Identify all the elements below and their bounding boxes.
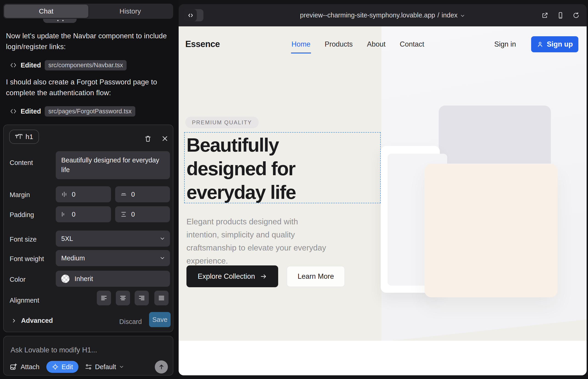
padding-x-input[interactable]: 0 bbox=[56, 206, 111, 222]
font-size-select[interactable]: 5XL bbox=[56, 231, 170, 247]
color-label: Color bbox=[10, 276, 25, 283]
font-size-label: Font size bbox=[10, 236, 37, 243]
margin-y-input[interactable]: 0 bbox=[115, 186, 170, 202]
mode-label: Default bbox=[95, 363, 116, 371]
align-right-icon bbox=[138, 294, 145, 302]
font-weight-value: Medium bbox=[61, 254, 85, 262]
external-link-icon bbox=[541, 12, 549, 19]
url-page: index bbox=[442, 12, 458, 19]
chevron-down-icon bbox=[159, 255, 165, 261]
color-select[interactable]: Inherit bbox=[56, 271, 170, 287]
code-icon bbox=[10, 62, 17, 69]
explore-collection-button[interactable]: Explore Collection bbox=[186, 266, 278, 287]
url-host: preview--charming-site-symphony.lovable.… bbox=[300, 12, 435, 19]
trash-icon bbox=[144, 135, 152, 142]
explore-collection-label: Explore Collection bbox=[198, 272, 255, 281]
chevron-down-icon bbox=[460, 13, 465, 19]
attach-label: Attach bbox=[21, 363, 39, 371]
padding-x-value: 0 bbox=[72, 211, 76, 218]
open-in-new-tab-button[interactable] bbox=[541, 12, 549, 19]
align-justify-button[interactable] bbox=[154, 291, 169, 305]
close-icon bbox=[161, 135, 168, 142]
edited-file-row: Edited src/components/Navbar.tsx bbox=[10, 60, 127, 70]
margin-y-value: 0 bbox=[131, 191, 135, 198]
url-separator: / bbox=[437, 12, 439, 19]
margin-x-value: 0 bbox=[72, 191, 76, 198]
file-path-badge[interactable]: src/pages/ForgotPassword.tsx bbox=[45, 106, 135, 117]
chat-composer[interactable]: Ask Lovable to modify H1... Attach Edit … bbox=[3, 336, 173, 376]
browser-actions bbox=[541, 4, 580, 26]
save-button[interactable]: Save bbox=[149, 312, 171, 327]
nav-auth: Sign in Sign up bbox=[494, 36, 578, 52]
margin-x-input[interactable]: 0 bbox=[56, 186, 111, 202]
sliders-icon bbox=[85, 363, 92, 371]
advanced-toggle[interactable]: Advanced bbox=[11, 317, 53, 324]
user-icon bbox=[537, 41, 543, 48]
url-bar[interactable]: preview--charming-site-symphony.lovable.… bbox=[179, 12, 587, 19]
premium-quality-badge: PREMIUM QUALITY bbox=[185, 117, 259, 128]
hero-section: Essence Home Products About Contact Sign… bbox=[179, 26, 587, 341]
hero-paragraph: Elegant products designed with intention… bbox=[186, 215, 326, 267]
chevron-down-icon bbox=[159, 236, 165, 242]
element-editor-panel: h1 Content Beautifully designed for ever… bbox=[3, 125, 173, 332]
site-viewport: Essence Home Products About Contact Sign… bbox=[179, 26, 587, 375]
tab-history[interactable]: History bbox=[88, 5, 172, 18]
lovable-app: Chat History Now let's update the Navbar… bbox=[0, 0, 588, 379]
sign-in-button[interactable]: Sign in bbox=[494, 40, 516, 48]
color-swatch bbox=[61, 275, 69, 283]
clipped-chat-pill bbox=[43, 19, 77, 23]
brand-logo[interactable]: Essence bbox=[185, 39, 220, 49]
tab-chat[interactable]: Chat bbox=[4, 5, 88, 18]
advanced-label: Advanced bbox=[21, 317, 53, 324]
mobile-view-button[interactable] bbox=[557, 12, 564, 19]
font-weight-select[interactable]: Medium bbox=[56, 250, 170, 266]
margin-x-icon bbox=[61, 191, 68, 198]
font-size-value: 5XL bbox=[61, 235, 73, 242]
content-label: Content bbox=[10, 159, 33, 167]
code-icon bbox=[10, 108, 17, 115]
nav-link-home[interactable]: Home bbox=[292, 40, 310, 48]
align-right-button[interactable] bbox=[135, 291, 149, 305]
sidebar: Chat History Now let's update the Navbar… bbox=[0, 0, 179, 379]
arrow-right-icon bbox=[260, 273, 267, 280]
send-button[interactable] bbox=[155, 360, 168, 374]
selected-element-pill: h1 bbox=[9, 130, 39, 144]
nav-link-about[interactable]: About bbox=[367, 40, 386, 48]
color-value: Inherit bbox=[75, 275, 93, 283]
mobile-icon bbox=[557, 12, 564, 19]
align-left-icon bbox=[100, 294, 108, 302]
sign-up-button[interactable]: Sign up bbox=[531, 36, 578, 52]
content-textarea[interactable]: Beautifully designed for everyday life bbox=[56, 151, 170, 179]
delete-element-button[interactable] bbox=[144, 134, 152, 143]
edited-label: Edited bbox=[21, 108, 41, 115]
file-path-badge[interactable]: src/components/Navbar.tsx bbox=[45, 60, 127, 70]
align-center-button[interactable] bbox=[116, 291, 130, 305]
model-mode-select[interactable]: Default bbox=[85, 363, 124, 371]
chat-message: I should also create a Forgot Password p… bbox=[6, 77, 169, 98]
refresh-icon bbox=[573, 12, 580, 19]
nav-link-contact[interactable]: Contact bbox=[400, 40, 424, 48]
element-tag-label: h1 bbox=[25, 133, 33, 141]
padding-y-value: 0 bbox=[131, 211, 135, 218]
refresh-button[interactable] bbox=[573, 12, 580, 19]
padding-y-input[interactable]: 0 bbox=[115, 206, 170, 222]
discard-button[interactable]: Discard bbox=[119, 318, 142, 326]
padding-label: Padding bbox=[10, 211, 34, 219]
edit-mode-button[interactable]: Edit bbox=[46, 361, 78, 373]
edit-target-icon bbox=[52, 363, 59, 370]
selection-outline[interactable] bbox=[184, 132, 381, 203]
learn-more-button[interactable]: Learn More bbox=[287, 266, 345, 287]
padding-y-icon bbox=[120, 211, 127, 218]
align-left-button[interactable] bbox=[97, 291, 111, 305]
composer-input[interactable]: Ask Lovable to modify H1... bbox=[11, 346, 97, 354]
close-editor-button[interactable] bbox=[160, 134, 169, 143]
content-value: Beautifully designed for everyday life bbox=[61, 155, 164, 174]
margin-y-icon bbox=[120, 191, 127, 198]
send-icon bbox=[158, 363, 165, 370]
align-justify-icon bbox=[158, 294, 165, 302]
attach-button[interactable]: Attach bbox=[10, 363, 39, 371]
browser-toolbar: preview--charming-site-symphony.lovable.… bbox=[179, 4, 587, 26]
chat-message: Now let's update the Navbar component to… bbox=[6, 31, 169, 52]
nav-link-products[interactable]: Products bbox=[325, 40, 353, 48]
decorative-card-cream bbox=[424, 164, 557, 297]
